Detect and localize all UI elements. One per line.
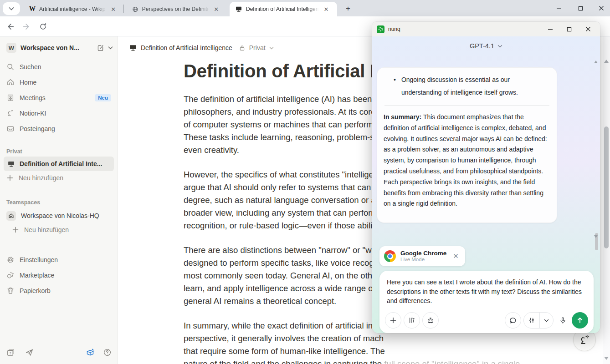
sidebar-item-label: Papierkorb <box>20 287 51 294</box>
summary-paragraph: In summary: This document emphasizes tha… <box>384 112 550 209</box>
nunq-window: nunq GPT-4.1 • Ongoing discussion is ess… <box>372 22 600 333</box>
sidebar-item-teamspace[interactable]: Workspace von Nicolas-HQ <box>0 208 118 223</box>
sidebar-item-search[interactable]: Suchen <box>0 59 118 75</box>
whats-new-box-icon[interactable] <box>86 348 95 357</box>
chat-history-button[interactable] <box>505 312 521 329</box>
message-input-text: Here you can see a text I wrote about th… <box>387 278 587 306</box>
maximize-icon <box>578 6 583 11</box>
agent-button[interactable] <box>422 312 439 329</box>
doc-line-ghost: full scope of "intelligence" in a single <box>384 359 520 364</box>
sidebar-item-settings[interactable]: Einstellungen <box>0 252 118 268</box>
scroll-down-arrow[interactable] <box>604 357 609 360</box>
monitor-icon <box>129 44 137 52</box>
chevron-down-icon <box>544 319 549 322</box>
nunq-body: GPT-4.1 • Ongoing discussion is essentia… <box>372 36 600 333</box>
workspace-avatar: W <box>6 43 16 53</box>
doc-line: nature of the field and the challenges i… <box>184 358 502 364</box>
tab-title: Artificial intelligence - Wikipedi <box>39 6 106 12</box>
chevron-down-icon[interactable] <box>108 46 113 50</box>
sidebar-item-label: Notion-KI <box>20 110 46 117</box>
library-icon <box>408 317 416 324</box>
neu-badge: Neu <box>95 94 111 101</box>
message-input[interactable]: Here you can see a text I wrote about th… <box>379 271 594 333</box>
options-split-button <box>523 312 554 329</box>
teamspace-avatar <box>6 211 16 221</box>
private-page-title: Definition of Artificial Inte... <box>20 160 102 167</box>
tools-button[interactable] <box>524 317 539 324</box>
tab-close-icon[interactable]: ✕ <box>323 5 330 13</box>
add-new-private-button[interactable]: Neu hinzufügen <box>0 171 118 185</box>
shapes-icon <box>6 271 15 279</box>
monitor-icon <box>7 160 15 168</box>
nunq-window-title: nunq <box>388 26 400 32</box>
sidebar-item-trash[interactable]: Papierkorb <box>0 283 118 298</box>
trash-icon <box>6 287 15 295</box>
input-toolbar <box>385 312 588 329</box>
minimize-icon[interactable] <box>548 26 553 32</box>
chevron-down-icon <box>9 7 14 10</box>
compose-icon[interactable] <box>97 44 104 52</box>
summary-label: In summary: <box>384 113 421 121</box>
reload-button[interactable] <box>37 21 48 32</box>
attach-button[interactable] <box>385 312 401 329</box>
overlay-scroll-down-arrow[interactable] <box>594 235 598 238</box>
nunq-titlebar[interactable]: nunq <box>372 22 600 36</box>
lock-icon <box>239 45 246 51</box>
sidebar-item-meetings[interactable]: Meetings Neu <box>0 90 118 106</box>
tab-close-icon[interactable]: ✕ <box>213 5 220 13</box>
chevron-down-icon[interactable] <box>269 46 274 50</box>
window-close-button[interactable] <box>595 3 608 14</box>
chrome-logo-icon <box>384 250 396 262</box>
notion-ai-face-icon <box>579 334 591 346</box>
sidebar-item-home[interactable]: Home <box>0 75 118 90</box>
sidebar-item-label: Meetings <box>20 94 46 101</box>
back-button[interactable] <box>5 21 15 32</box>
context-chip-google-chrome[interactable]: Google Chrome Live Mode ✕ <box>379 246 465 266</box>
workspace-switcher[interactable]: W Workspace von N... <box>6 43 113 53</box>
close-icon[interactable] <box>585 26 591 32</box>
close-icon <box>599 5 604 11</box>
tab-perspectives[interactable]: Perspectives on the Definition o ✕ <box>127 2 224 16</box>
speech-bubble-icon <box>509 317 517 324</box>
plus-icon <box>6 174 14 182</box>
send-button[interactable] <box>572 312 588 329</box>
calendar-icon[interactable]: 7 <box>6 348 15 357</box>
sidebar-item-notion-ki[interactable]: Notion-KI <box>0 106 118 121</box>
sidebar-item-private-page[interactable]: Definition of Artificial Inte... <box>4 157 114 171</box>
add-new-teamspace-button[interactable]: Neu hinzufügen <box>0 223 118 237</box>
workspace-name: Workspace von N... <box>21 44 79 51</box>
tab-notion-active[interactable]: Definition of Artificial Intelligen ✕ <box>230 2 337 16</box>
sidebar-item-label: Suchen <box>20 63 41 71</box>
tab-wikipedia[interactable]: W Artificial intelligence - Wikipedi ✕ <box>24 2 121 16</box>
tab-title: Perspectives on the Definition o <box>142 6 209 12</box>
breadcrumb-title[interactable]: Definition of Artificial Intelligence <box>141 44 232 51</box>
chip-title: Google Chrome <box>400 250 446 257</box>
overlay-scroll-up-arrow[interactable] <box>594 61 598 63</box>
window-maximize-button[interactable] <box>574 3 587 14</box>
sidebar-item-inbox[interactable]: Posteingang <box>0 121 118 136</box>
scroll-up-arrow[interactable] <box>604 60 609 63</box>
sidebar-item-label: Einstellungen <box>20 256 58 263</box>
tab-search-button[interactable] <box>3 2 20 15</box>
chip-close-icon[interactable]: ✕ <box>453 252 459 260</box>
forward-button[interactable] <box>21 21 32 32</box>
maximize-icon[interactable] <box>567 27 572 32</box>
bullet-item: • Ongoing discussion is essential as our… <box>384 73 550 99</box>
window-minimize-button[interactable] <box>553 3 565 14</box>
mic-button[interactable] <box>556 312 569 329</box>
library-button[interactable] <box>404 312 420 329</box>
add-new-label: Neu hinzufügen <box>24 226 69 233</box>
globe-icon <box>132 6 138 13</box>
new-tab-button[interactable]: + <box>343 3 354 14</box>
microphone-icon <box>559 317 567 324</box>
model-selector[interactable]: GPT-4.1 <box>372 36 600 56</box>
help-icon[interactable] <box>103 348 112 357</box>
plus-icon <box>12 226 19 233</box>
privacy-label[interactable]: Privat <box>249 44 266 51</box>
paper-plane-icon[interactable] <box>25 348 34 357</box>
sidebar-item-marketplace[interactable]: Marketplace <box>0 268 118 283</box>
ai-response-card: • Ongoing discussion is essential as our… <box>377 67 557 223</box>
options-expand-button[interactable] <box>540 319 553 322</box>
tab-close-icon[interactable]: ✕ <box>110 5 117 13</box>
scrollbar-thumb[interactable] <box>604 126 609 248</box>
